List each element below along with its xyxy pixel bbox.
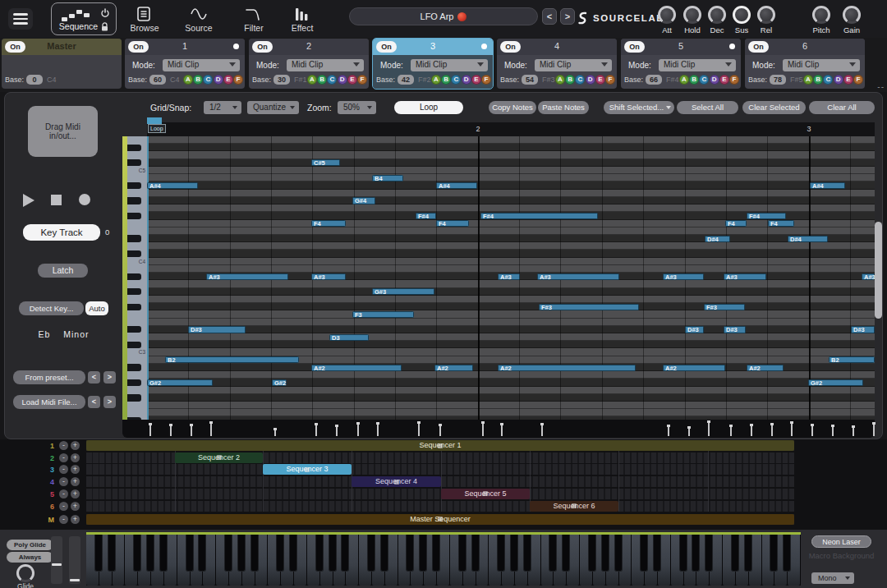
velocity-tick[interactable] <box>853 427 854 436</box>
velocity-tick[interactable] <box>482 423 484 436</box>
load-midi-prev-button[interactable]: < <box>88 396 100 408</box>
pitch-knob[interactable] <box>812 6 830 24</box>
always-button[interactable]: Always <box>7 552 53 563</box>
from-preset-next-button[interactable]: > <box>103 371 116 384</box>
velocity-tick[interactable] <box>315 425 317 436</box>
channel-strip-5[interactable]: On5Mode:Midi ClipBase:66F#4ABCDEF <box>621 39 741 89</box>
slot-button-b[interactable]: B <box>813 75 823 85</box>
black-key-fs4[interactable] <box>127 213 141 219</box>
zoom-dropdown[interactable]: 50% <box>338 101 376 114</box>
slot-button-e[interactable]: E <box>595 75 605 85</box>
drag-midi-zone[interactable]: Drag Midi in/out... <box>28 106 98 157</box>
slot-button-f[interactable]: F <box>605 75 615 85</box>
black-key-fs3[interactable] <box>127 304 141 310</box>
slot-button-d[interactable]: D <box>462 75 471 85</box>
black-key-as4[interactable] <box>127 182 141 189</box>
velocity-tick[interactable] <box>751 425 752 436</box>
slot-button-b[interactable]: B <box>193 75 203 85</box>
slot-button-a[interactable]: A <box>803 75 813 85</box>
velocity-tick[interactable] <box>377 424 379 436</box>
black-key[interactable] <box>744 535 752 572</box>
midi-note[interactable]: D#4 <box>705 236 730 242</box>
midi-note[interactable]: G#2 <box>808 379 863 386</box>
black-key[interactable] <box>549 535 557 572</box>
mode-dropdown[interactable]: Midi Clip <box>411 59 488 71</box>
velocity-tick[interactable] <box>149 425 151 436</box>
midi-note[interactable]: A#2 <box>498 365 636 371</box>
black-key[interactable] <box>276 535 284 572</box>
black-key[interactable] <box>146 535 154 572</box>
poly-glide-button[interactable]: Poly Glide <box>7 540 53 550</box>
sequencer-block[interactable]: Sequencer 2 <box>175 452 263 463</box>
velocity-tick[interactable] <box>811 425 813 436</box>
power-icon[interactable] <box>100 8 110 18</box>
black-key[interactable] <box>601 535 609 572</box>
black-key-cs3[interactable] <box>127 342 141 348</box>
resize-handle[interactable]: -- <box>877 82 885 91</box>
grid-snap-dropdown[interactable]: 1/2 <box>204 101 241 114</box>
channel-strip-6[interactable]: On6Mode:Midi ClipBase:78F#5ABCDEF <box>745 39 865 89</box>
load-midi-next-button[interactable]: > <box>103 396 116 408</box>
black-key-as3[interactable] <box>127 273 141 280</box>
midi-note[interactable]: A#3 <box>862 273 875 280</box>
velocity-tick[interactable] <box>170 425 172 436</box>
midi-note[interactable]: A#2 <box>663 365 725 371</box>
black-key[interactable] <box>432 535 440 572</box>
track-lane-3[interactable]: Sequencer 3 <box>86 464 794 475</box>
track-add-button[interactable]: + <box>71 441 80 450</box>
midi-note[interactable]: C#5 <box>311 159 340 166</box>
velocity-tick[interactable] <box>357 424 359 436</box>
black-key[interactable] <box>679 535 687 572</box>
midi-note[interactable]: F4 <box>768 220 794 227</box>
velocity-tick[interactable] <box>873 424 875 436</box>
block-drag-handle[interactable] <box>483 491 488 496</box>
tab-filter[interactable]: Filter <box>231 2 277 36</box>
quantize-dropdown[interactable]: Quantize <box>247 101 299 114</box>
black-key-ds5[interactable] <box>127 145 141 151</box>
timeline-ruler[interactable]: 23 <box>147 122 875 136</box>
slot-button-e[interactable]: E <box>471 75 481 85</box>
black-key[interactable] <box>224 535 232 572</box>
track-lane-5[interactable]: Sequencer 5 <box>86 489 794 499</box>
slot-button-d[interactable]: D <box>214 75 223 85</box>
slot-button-d[interactable]: D <box>834 75 843 85</box>
track-remove-button[interactable]: - <box>59 441 68 450</box>
track-lane-4[interactable]: Sequencer 4 <box>86 476 794 487</box>
hold-knob[interactable] <box>683 6 701 24</box>
mono-dropdown[interactable]: Mono <box>811 572 854 584</box>
midi-note[interactable]: D#3 <box>724 326 746 333</box>
midi-note[interactable]: A#3 <box>498 273 520 280</box>
block-drag-handle[interactable] <box>217 455 222 460</box>
track-remove-button[interactable]: - <box>59 489 68 498</box>
dec-knob[interactable] <box>708 6 726 24</box>
track-add-button[interactable]: + <box>71 489 80 498</box>
block-drag-handle[interactable] <box>572 503 577 508</box>
slot-button-f[interactable]: F <box>853 75 863 85</box>
black-key[interactable] <box>588 535 596 572</box>
slot-button-c[interactable]: C <box>203 75 213 85</box>
velocity-tick[interactable] <box>210 423 212 436</box>
play-button[interactable] <box>23 194 34 207</box>
midi-note[interactable]: A#4 <box>436 182 477 189</box>
track-lane-6[interactable]: Sequencer 6 <box>86 501 794 512</box>
channel-strip-3[interactable]: On3Mode:Midi ClipBase:42F#2ABCDEF <box>373 39 493 89</box>
track-remove-button[interactable]: - <box>59 465 68 474</box>
midi-note[interactable]: A#3 <box>206 273 288 280</box>
slot-button-a[interactable]: A <box>555 75 565 85</box>
midi-note[interactable]: D3 <box>329 334 369 341</box>
piano-keyboard[interactable] <box>86 532 801 586</box>
slot-button-f[interactable]: F <box>357 75 367 85</box>
slot-button-c[interactable]: C <box>823 75 833 85</box>
neon-laser-button[interactable]: Neon Laser <box>811 535 871 548</box>
midi-note[interactable]: A#2 <box>747 365 784 371</box>
black-key[interactable] <box>367 535 375 572</box>
black-key[interactable] <box>329 535 337 572</box>
midi-note[interactable]: B2 <box>829 356 875 363</box>
sequencer-block[interactable]: Sequencer 1 <box>86 440 794 451</box>
key-track-button[interactable]: Key Track <box>23 224 100 241</box>
slot-button-c[interactable]: C <box>575 75 585 85</box>
slot-button-b[interactable]: B <box>441 75 451 85</box>
track-lane-1[interactable]: Sequencer 1 <box>86 440 794 451</box>
slot-button-f[interactable]: F <box>233 75 243 85</box>
mode-dropdown[interactable]: Midi Clip <box>535 59 612 71</box>
